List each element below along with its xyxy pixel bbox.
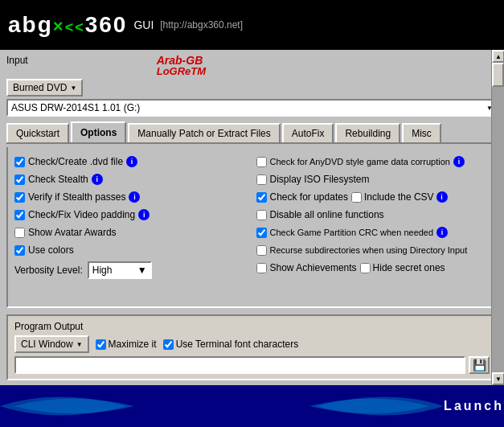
check-create-dvd-label: Check/Create .dvd file bbox=[28, 156, 123, 167]
maximize-label: Maximize it bbox=[109, 339, 157, 350]
source-row: Burned DVD ▼ bbox=[6, 79, 498, 96]
video-padding-info[interactable]: i bbox=[138, 209, 150, 220]
check-updates-label: Check for updates bbox=[270, 191, 348, 203]
option-video-padding: Check/Fix Video padding i bbox=[14, 207, 248, 223]
anydvd-label: Check for AnyDVD style game data corrupt… bbox=[270, 157, 450, 166]
verbosity-value: High bbox=[92, 265, 113, 276]
options-grid: Check/Create .dvd file i Check Stealth i… bbox=[14, 154, 490, 279]
tab-options[interactable]: Options bbox=[71, 121, 126, 142]
program-output-title: Program Output bbox=[14, 321, 490, 332]
achievements-checkbox[interactable] bbox=[256, 263, 267, 273]
recurse-label: Recurse subdirectories when using Direct… bbox=[270, 245, 468, 255]
option-achievements: Show Achievements Hide secret ones bbox=[256, 260, 490, 276]
tab-quickstart[interactable]: Quickstart bbox=[6, 123, 69, 142]
scroll-up-button[interactable]: ▲ bbox=[492, 50, 504, 63]
save-button[interactable]: 💾 bbox=[469, 356, 490, 374]
anydvd-checkbox[interactable] bbox=[256, 157, 267, 167]
verbosity-arrow: ▼ bbox=[137, 265, 147, 276]
option-recurse: Recurse subdirectories when using Direct… bbox=[256, 242, 490, 258]
verbosity-label: Verbosity Level: bbox=[14, 265, 83, 276]
option-display-iso: Display ISO Filesystem bbox=[256, 171, 490, 187]
disable-online-label: Disable all online functions bbox=[270, 209, 384, 220]
output-type-dropdown[interactable]: CLI Window ▼ bbox=[14, 335, 89, 353]
launch-button[interactable]: Launch bbox=[444, 399, 504, 413]
options-col2: Check for AnyDVD style game data corrupt… bbox=[256, 154, 490, 279]
video-padding-label: Check/Fix Video padding bbox=[28, 209, 135, 220]
verbosity-dropdown[interactable]: High ▼ bbox=[88, 261, 152, 279]
include-csv-info[interactable]: i bbox=[436, 191, 448, 203]
check-stealth-info[interactable]: i bbox=[92, 174, 103, 185]
option-avatar-awards: Show Avatar Awards bbox=[14, 224, 248, 240]
input-label: Input bbox=[6, 55, 28, 66]
logo-url: [http://abgx360.net] bbox=[160, 19, 243, 31]
scroll-down-button[interactable]: ▼ bbox=[492, 372, 504, 385]
recurse-checkbox[interactable] bbox=[256, 245, 267, 256]
avatar-awards-checkbox[interactable] bbox=[14, 228, 25, 238]
hide-secret-checkbox[interactable] bbox=[360, 263, 371, 273]
logo-gui: GUI bbox=[133, 18, 154, 31]
video-padding-checkbox[interactable] bbox=[14, 210, 25, 220]
check-stealth-checkbox[interactable] bbox=[14, 174, 25, 185]
include-csv-group: Include the CSV i bbox=[351, 191, 448, 203]
include-csv-checkbox[interactable] bbox=[351, 192, 362, 203]
tab-autofix[interactable]: AutoFix bbox=[282, 123, 334, 142]
footer: Launch bbox=[0, 385, 504, 427]
drive-dropdown[interactable]: ASUS DRW-2014S1 1.01 (G:) ▼ bbox=[6, 99, 498, 117]
option-anydvd: Check for AnyDVD style game data corrupt… bbox=[256, 154, 490, 170]
game-partition-label: Check Game Partition CRC when needed bbox=[270, 228, 434, 237]
input-top-row: Input Arab-GB LoGReTM bbox=[6, 55, 498, 76]
option-stealth: Check Stealth i bbox=[14, 171, 248, 187]
option-create-dvd: Check/Create .dvd file i bbox=[14, 154, 248, 170]
anydvd-info[interactable]: i bbox=[453, 156, 465, 167]
scrollbar-track bbox=[492, 63, 504, 372]
options-panel: Check/Create .dvd file i Check Stealth i… bbox=[6, 147, 498, 308]
output-textbox[interactable] bbox=[14, 356, 465, 374]
header: abg×<<360 GUI [http://abgx360.net] bbox=[0, 0, 504, 50]
verify-stealth-info[interactable]: i bbox=[129, 191, 140, 203]
scrollbar[interactable]: ▲ ▼ bbox=[491, 50, 504, 385]
tab-bar: Quickstart Options Manually Patch or Ext… bbox=[6, 121, 498, 144]
drive-label: ASUS DRW-2014S1 1.01 (G:) bbox=[11, 102, 140, 113]
check-updates-checkbox[interactable] bbox=[256, 192, 267, 203]
game-partition-checkbox[interactable] bbox=[256, 228, 267, 238]
logo-area: abg×<<360 GUI [http://abgx360.net] bbox=[8, 12, 496, 38]
use-colors-label: Use colors bbox=[28, 244, 74, 256]
display-iso-checkbox[interactable] bbox=[256, 174, 267, 185]
option-game-partition: Check Game Partition CRC when needed i bbox=[256, 224, 490, 240]
check-create-dvd-checkbox[interactable] bbox=[14, 157, 25, 167]
source-dropdown-arrow: ▼ bbox=[70, 84, 76, 92]
check-stealth-label: Check Stealth bbox=[28, 174, 88, 185]
use-colors-checkbox[interactable] bbox=[14, 245, 25, 256]
logo: abg×<<360 bbox=[8, 12, 127, 38]
brand-area: Arab-GB LoGReTM bbox=[157, 55, 206, 76]
scrollbar-thumb[interactable] bbox=[492, 63, 504, 87]
program-output-section: Program Output CLI Window ▼ Maximize it … bbox=[6, 314, 498, 380]
check-create-dvd-info[interactable]: i bbox=[126, 156, 137, 167]
output-type-label: CLI Window bbox=[21, 339, 73, 350]
maximize-checkbox[interactable] bbox=[96, 339, 106, 350]
brand-line1: Arab-GB bbox=[157, 55, 206, 66]
footer-svg bbox=[0, 385, 444, 427]
include-csv-label: Include the CSV bbox=[364, 191, 434, 203]
game-partition-info[interactable]: i bbox=[436, 227, 448, 238]
verbosity-row: Verbosity Level: High ▼ bbox=[14, 261, 248, 279]
tab-rebuilding[interactable]: Rebuilding bbox=[335, 123, 400, 142]
save-icon: 💾 bbox=[473, 359, 486, 372]
achievements-label: Show Achievements bbox=[270, 262, 357, 273]
display-iso-label: Display ISO Filesystem bbox=[270, 174, 370, 185]
options-col1: Check/Create .dvd file i Check Stealth i… bbox=[14, 154, 248, 279]
avatar-awards-label: Show Avatar Awards bbox=[28, 227, 117, 238]
source-dropdown[interactable]: Burned DVD ▼ bbox=[6, 79, 83, 96]
output-text-row: 💾 bbox=[14, 356, 490, 374]
disable-online-checkbox[interactable] bbox=[256, 210, 267, 220]
input-labels-col: Input bbox=[6, 55, 28, 66]
main-content: Input Arab-GB LoGReTM Burned DVD ▼ ASUS … bbox=[0, 50, 504, 385]
verify-stealth-label: Verify if Stealth passes bbox=[28, 191, 125, 203]
tab-manually-patch[interactable]: Manually Patch or Extract Files bbox=[128, 123, 280, 142]
output-type-arrow: ▼ bbox=[76, 341, 83, 348]
terminal-font-checkbox[interactable] bbox=[163, 339, 174, 350]
output-controls: CLI Window ▼ Maximize it Use Terminal fo… bbox=[14, 335, 490, 353]
input-section: Input Arab-GB LoGReTM Burned DVD ▼ ASUS … bbox=[6, 55, 498, 117]
verify-stealth-checkbox[interactable] bbox=[14, 192, 25, 203]
tab-misc[interactable]: Misc bbox=[402, 123, 441, 142]
